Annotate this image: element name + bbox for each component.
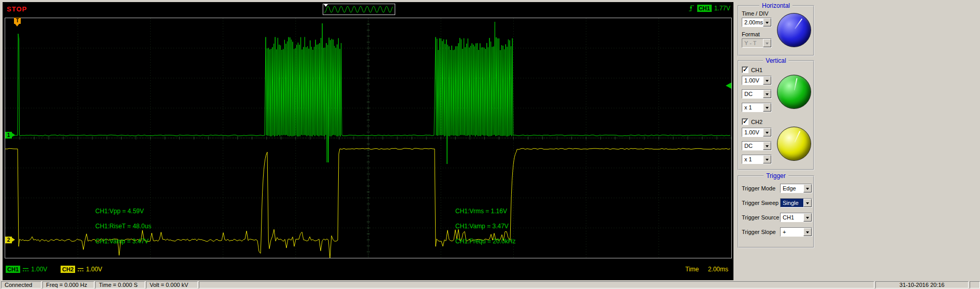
- knob-pointer: [795, 18, 802, 29]
- trigger-level-marker[interactable]: [726, 82, 731, 89]
- trigger-slope-select[interactable]: +: [780, 227, 812, 237]
- format-label: Format: [742, 31, 760, 37]
- trigger-sweep-label: Trigger Sweep: [742, 200, 779, 206]
- ch2-checkbox[interactable]: ✓: [742, 118, 748, 125]
- knob-pointer: [794, 78, 798, 90]
- ch2-coupling-select[interactable]: DC: [742, 141, 772, 150]
- ch2-ground-marker[interactable]: 2: [5, 237, 12, 243]
- measurement-line: CH1:Vamp = 3.47V: [95, 238, 151, 244]
- ch1-trace: [5, 22, 730, 164]
- status-datetime: 31-10-2016 20:16: [875, 281, 969, 288]
- check-icon: ✓: [743, 118, 748, 125]
- ch2-status: CH2 1.00V: [61, 266, 102, 273]
- ch1-checkbox[interactable]: ✓: [742, 66, 748, 73]
- status-connection: Connected: [1, 281, 41, 288]
- ch1-coupling-select[interactable]: DC: [742, 89, 772, 99]
- preview-waveform: [323, 4, 395, 15]
- chevron-down-icon[interactable]: [763, 103, 771, 112]
- status-end-cell: [970, 281, 980, 288]
- chevron-down-icon[interactable]: [803, 228, 812, 236]
- ch1-scale-value: 1.00V: [31, 266, 47, 273]
- chevron-down-icon[interactable]: [763, 76, 771, 85]
- trigger-sweep-select[interactable]: Single: [780, 198, 812, 208]
- waveform-display: CH1:Vpp = 4.59V CH1:RiseT = 48.0us CH1:V…: [5, 18, 732, 258]
- horizontal-group: Horizontal Time / DIV 2.00ms Format Y - …: [738, 5, 814, 56]
- vertical-group: Vertical ✓ CH1 1.00V DC x 1 ✓: [738, 60, 814, 170]
- status-time: Time = 0.000 S: [95, 281, 145, 288]
- time-div-label: Time / DIV: [742, 10, 769, 17]
- rising-edge-icon: [688, 4, 695, 12]
- control-panel: Horizontal Time / DIV 2.00ms Format Y - …: [734, 0, 980, 281]
- trigger-readout: CH1 1.77V: [688, 4, 730, 12]
- status-bar: Connected Freq = 0.000 Hz Time = 0.000 S…: [0, 281, 980, 289]
- ch1-position-knob[interactable]: [777, 75, 811, 109]
- preview-trigger-marker-icon: [324, 4, 328, 7]
- dc-coupling-icon: [22, 267, 29, 272]
- measurement-line: CH1:Vamp = 3.47V: [455, 223, 515, 229]
- vertical-title: Vertical: [763, 57, 788, 64]
- dc-coupling-icon: [77, 267, 84, 272]
- horizontal-position-knob[interactable]: [777, 13, 811, 47]
- run-state-indicator: STOP: [7, 5, 27, 13]
- trigger-source-label: Trigger Source: [742, 214, 779, 221]
- trigger-position-marker[interactable]: T: [14, 18, 21, 24]
- ch2-badge: CH2: [61, 266, 75, 273]
- trigger-mode-label: Trigger Mode: [742, 185, 775, 191]
- ch1-checkbox-label: CH1: [751, 67, 762, 73]
- time-value: 2.00ms: [708, 266, 728, 273]
- time-div-select[interactable]: 2.00ms: [742, 18, 772, 27]
- trigger-position-preview[interactable]: [323, 4, 395, 15]
- chevron-down-icon[interactable]: [763, 142, 771, 150]
- ch1-badge: CH1: [6, 266, 20, 273]
- horizontal-title: Horizontal: [759, 2, 792, 9]
- oscilloscope-app: STOP CH1 1.77V CH1:Vpp = 4.59V CH1:RiseT…: [0, 0, 980, 289]
- measurement-line: CH1:Frequ = 20.0kHz: [455, 238, 515, 244]
- measurement-line: CH1:RiseT = 48.0us: [95, 223, 151, 229]
- ch2-scale-select[interactable]: 1.00V: [742, 128, 772, 137]
- format-select[interactable]: Y - T: [742, 38, 772, 48]
- scope-area: STOP CH1 1.77V CH1:Vpp = 4.59V CH1:RiseT…: [3, 2, 733, 280]
- chevron-down-icon[interactable]: [763, 128, 771, 136]
- trigger-channel-badge: CH1: [697, 5, 712, 12]
- chevron-down-icon[interactable]: [763, 18, 771, 26]
- measurements-left: CH1:Vpp = 4.59V CH1:RiseT = 48.0us CH1:V…: [95, 208, 151, 244]
- trigger-title: Trigger: [763, 172, 788, 180]
- trigger-slope-label: Trigger Slope: [742, 229, 776, 235]
- measurement-line: CH1:Vrms = 1.16V: [455, 208, 515, 214]
- status-volt: Volt = 0.000 kV: [146, 281, 198, 288]
- knob-pointer: [794, 131, 800, 143]
- timebase-status: Time 2.00ms: [685, 266, 728, 273]
- ch1-status: CH1 1.00V: [6, 266, 47, 273]
- ch1-scale-select[interactable]: 1.00V: [742, 76, 772, 85]
- time-label: Time: [685, 266, 699, 273]
- ch2-checkbox-label: CH2: [751, 119, 762, 125]
- measurements-right: CH1:Vrms = 1.16V CH1:Vamp = 3.47V CH1:Fr…: [455, 208, 515, 244]
- ch2-probe-select[interactable]: x 1: [742, 155, 772, 164]
- trigger-mode-select[interactable]: Edge: [780, 184, 812, 193]
- chevron-down-icon: [763, 39, 771, 47]
- ch1-ground-marker[interactable]: 1: [5, 132, 12, 139]
- status-spacer: [199, 281, 874, 288]
- ch1-probe-select[interactable]: x 1: [742, 103, 772, 112]
- scope-bottom-bar: CH1 1.00V CH2 1.00V Time 2.00ms: [3, 261, 733, 280]
- trigger-group: Trigger Trigger Mode Edge Trigger Sweep …: [738, 175, 814, 248]
- chevron-down-icon[interactable]: [763, 90, 771, 98]
- chevron-down-icon[interactable]: [803, 213, 812, 222]
- ch2-position-knob[interactable]: [777, 127, 811, 161]
- trigger-level-value: 1.77V: [714, 5, 730, 12]
- ch2-scale-value: 1.00V: [86, 266, 102, 273]
- status-freq: Freq = 0.000 Hz: [42, 281, 94, 288]
- chevron-down-icon[interactable]: [803, 184, 812, 192]
- chevron-down-icon[interactable]: [803, 199, 812, 207]
- preview-sine: [324, 6, 393, 12]
- trigger-source-select[interactable]: CH1: [780, 213, 812, 222]
- measurement-line: CH1:Vpp = 4.59V: [95, 208, 151, 214]
- chevron-down-icon[interactable]: [763, 155, 771, 163]
- check-icon: ✓: [743, 66, 748, 73]
